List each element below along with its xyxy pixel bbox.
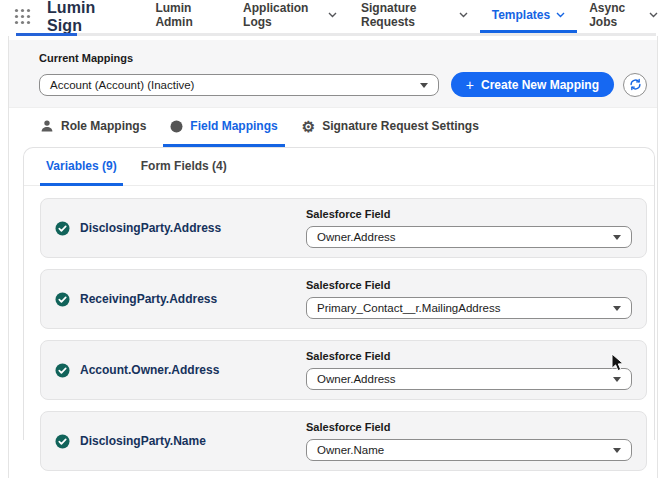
mapping-row: Account.Owner.Address Salesforce Field O… <box>40 340 647 400</box>
chevron-down-icon <box>328 12 337 18</box>
main-nav: Lumin Admin Application Logs Signature R… <box>143 0 670 33</box>
current-mapping-select[interactable]: Account (Account) (Inactive) <box>39 74 439 96</box>
check-circle-icon <box>55 434 70 449</box>
nav-tab-lumin-admin[interactable]: Lumin Admin <box>143 0 231 33</box>
salesforce-field-select[interactable]: Primary_Contact__r.MailingAddress <box>306 297 632 319</box>
subtab-label: Form Fields (4) <box>141 159 227 173</box>
sync-icon <box>629 78 642 91</box>
dropdown-arrow-icon <box>613 235 621 240</box>
field-mappings-card: Variables (9) Form Fields (4) Disclosing… <box>23 147 655 440</box>
refresh-button[interactable] <box>623 73 647 97</box>
dropdown-arrow-icon <box>613 448 621 453</box>
tab-signature-request-settings[interactable]: ⚙ Signature Request Settings <box>295 108 486 147</box>
field-mapping-subtabs: Variables (9) Form Fields (4) <box>24 148 654 186</box>
current-mappings-label: Current Mappings <box>39 52 647 64</box>
app-launcher-waffle-icon[interactable] <box>14 0 31 33</box>
salesforce-field-value: Owner.Address <box>317 231 396 243</box>
dropdown-arrow-icon <box>613 306 621 311</box>
subtab-label: Variables (9) <box>46 159 117 173</box>
check-circle-icon <box>55 363 70 378</box>
chevron-down-icon <box>556 12 565 18</box>
create-new-mapping-button[interactable]: + Create New Mapping <box>451 72 614 97</box>
app-header: Lumin Sign Lumin Admin Application Logs … <box>0 0 670 33</box>
salesforce-field-label: Salesforce Field <box>306 279 632 291</box>
tab-label: Role Mappings <box>61 119 146 133</box>
content-frame: Current Mappings Account (Account) (Inac… <box>8 36 658 478</box>
salesforce-field-label: Salesforce Field <box>306 421 632 433</box>
variable-name: DisclosingParty.Address <box>80 221 221 235</box>
nav-tab-async-jobs[interactable]: Async Jobs <box>577 0 670 33</box>
tab-role-mappings[interactable]: Role Mappings <box>33 108 153 147</box>
variable-mapping-list: DisclosingParty.Address Salesforce Field… <box>24 186 654 471</box>
salesforce-field-select[interactable]: Owner.Name <box>306 439 632 461</box>
nav-tab-signature-requests[interactable]: Signature Requests <box>349 0 480 33</box>
nav-tab-label: Signature Requests <box>361 1 453 29</box>
mapping-row: ReceivingParty.Address Salesforce Field … <box>40 269 647 329</box>
user-icon <box>40 119 54 133</box>
tab-label: Signature Request Settings <box>322 119 479 133</box>
page: Lumin Sign Lumin Admin Application Logs … <box>0 0 670 478</box>
salesforce-field-value: Owner.Address <box>317 373 396 385</box>
salesforce-field-label: Salesforce Field <box>306 208 632 220</box>
check-circle-icon <box>55 221 70 236</box>
chevron-down-icon <box>649 12 658 18</box>
subtab-form-fields[interactable]: Form Fields (4) <box>135 148 233 186</box>
current-mapping-selected-value: Account (Account) (Inactive) <box>50 79 194 91</box>
dropdown-arrow-icon <box>420 83 428 88</box>
mapping-row: DisclosingParty.Address Salesforce Field… <box>40 198 647 258</box>
nav-tab-label: Templates <box>492 8 550 22</box>
tab-field-mappings[interactable]: Field Mappings <box>163 108 284 147</box>
chevron-down-icon <box>459 12 468 18</box>
nav-tab-application-logs[interactable]: Application Logs <box>231 0 349 33</box>
current-mappings-panel: Current Mappings Account (Account) (Inac… <box>9 40 657 108</box>
nav-tab-label: Async Jobs <box>589 1 643 29</box>
tab-label: Field Mappings <box>190 119 277 133</box>
plus-icon: + <box>466 78 474 92</box>
create-new-mapping-label: Create New Mapping <box>481 78 599 92</box>
salesforce-field-value: Primary_Contact__r.MailingAddress <box>317 302 500 314</box>
check-circle-icon <box>55 292 70 307</box>
salesforce-field-value: Owner.Name <box>317 444 384 456</box>
salesforce-field-select[interactable]: Owner.Address <box>306 368 632 390</box>
subtab-variables[interactable]: Variables (9) <box>40 148 123 186</box>
nav-tab-label: Application Logs <box>243 1 322 29</box>
nav-tab-label: Lumin Admin <box>155 1 219 29</box>
salesforce-field-select[interactable]: Owner.Address <box>306 226 632 248</box>
mapping-tabs: Role Mappings Field Mappings ⚙ Signature… <box>9 108 657 147</box>
nav-tab-templates[interactable]: Templates <box>480 0 577 33</box>
app-title: Lumin Sign <box>41 0 131 33</box>
variable-name: ReceivingParty.Address <box>80 292 217 306</box>
mapping-row: DisclosingParty.Name Salesforce Field Ow… <box>40 411 647 471</box>
dropdown-arrow-icon <box>613 377 621 382</box>
salesforce-field-label: Salesforce Field <box>306 350 632 362</box>
variable-name: DisclosingParty.Name <box>80 434 206 448</box>
variable-name: Account.Owner.Address <box>80 363 219 377</box>
circle-icon <box>170 120 183 133</box>
gear-icon: ⚙ <box>302 119 315 134</box>
